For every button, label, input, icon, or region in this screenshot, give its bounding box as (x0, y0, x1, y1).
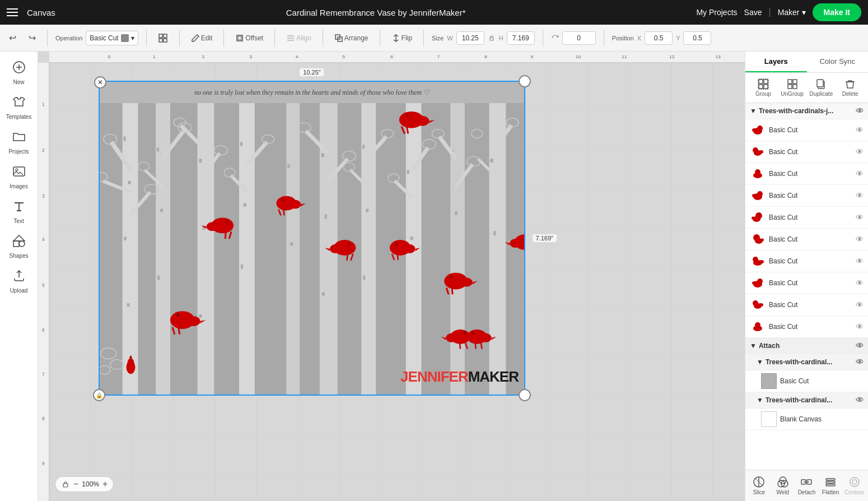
ungroup-button[interactable]: UnGroup (779, 76, 806, 99)
canvas-label: Canvas (27, 8, 55, 17)
sidebar-item-projects[interactable]: Projects (3, 126, 35, 159)
zoom-out-button[interactable]: − (73, 479, 78, 489)
layer-subgroup-1[interactable]: ▼ Trees-with-cardinal... 👁 (745, 354, 868, 370)
layer-item-8[interactable]: Basic Cut 👁 (745, 272, 868, 294)
eye-icon-attach[interactable]: 👁 (856, 341, 864, 350)
operation-select[interactable]: Basic Cut ▾ (86, 31, 138, 45)
align-button[interactable]: Align (283, 31, 315, 45)
layer-group-trees-cardinals[interactable]: ▼ Trees-with-cardinals-j... 👁 (745, 103, 868, 119)
offset-button[interactable]: Offset (232, 31, 267, 45)
sidebar-item-upload[interactable]: Upload (3, 265, 35, 298)
size-h-input[interactable] (507, 31, 535, 45)
sidebar-item-new[interactable]: New (3, 56, 35, 90)
svg-rect-207 (788, 85, 792, 89)
layer-item-6[interactable]: Basic Cut 👁 (745, 229, 868, 250)
flip-button[interactable]: Flip (388, 31, 416, 45)
hamburger-menu[interactable] (7, 8, 18, 16)
duplicate-button[interactable]: Duplicate (808, 76, 835, 99)
edit-button[interactable]: Edit (188, 31, 216, 45)
layer-eye-10[interactable]: 👁 (856, 322, 864, 331)
zoom-level: 100% (82, 480, 99, 488)
close-handle[interactable]: ✕ (94, 76, 106, 89)
slice-icon (753, 476, 765, 488)
contour-button[interactable]: Contour (843, 474, 866, 498)
layer-item-white[interactable]: Blank Canvas (745, 409, 868, 430)
layer-item-4[interactable]: Basic Cut 👁 (745, 185, 868, 207)
svg-rect-84 (494, 231, 496, 235)
bottom-actions: Slice Weld Detach Flatten Contour (745, 470, 868, 501)
layer-thumb-7 (750, 253, 766, 269)
sidebar-item-shapes[interactable]: Shapes (3, 230, 35, 263)
svg-rect-5 (238, 36, 241, 40)
pos-y-input[interactable] (683, 31, 711, 45)
undo-button[interactable]: ↩ (6, 30, 20, 45)
layer-name-5: Basic Cut (769, 214, 852, 221)
shapes-label: Shapes (10, 253, 29, 259)
rotate-input[interactable] (562, 31, 596, 45)
my-projects-link[interactable]: My Projects (696, 8, 737, 17)
layer-eye-8[interactable]: 👁 (856, 279, 864, 287)
svg-text:13: 13 (715, 54, 721, 59)
layers-scroll[interactable]: ▼ Trees-with-cardinals-j... 👁 Basic Cut … (745, 103, 868, 470)
select-all-button[interactable] (155, 31, 171, 45)
layer-eye-5[interactable]: 👁 (856, 213, 864, 222)
lock-handle[interactable]: 🔒 (93, 389, 105, 401)
layer-item-10[interactable]: Basic Cut 👁 (745, 316, 868, 338)
size-w-input[interactable] (456, 31, 484, 45)
layer-eye-2[interactable]: 👁 (856, 147, 864, 156)
delete-button[interactable]: Delete (837, 76, 864, 99)
tab-layers[interactable]: Layers (745, 52, 807, 72)
layer-item-9[interactable]: Basic Cut 👁 (745, 294, 868, 316)
layer-subgroup-2[interactable]: ▼ Trees-with-cardinal... 👁 (745, 392, 868, 409)
svg-text:4: 4 (42, 237, 45, 242)
zoom-in-button[interactable]: + (102, 479, 108, 489)
layer-item-7[interactable]: Basic Cut 👁 (745, 250, 868, 272)
layer-item-gray[interactable]: Basic Cut (745, 370, 868, 392)
svg-rect-73 (366, 209, 368, 212)
svg-rect-199 (63, 484, 68, 487)
rotate-handle[interactable]: ↻ (519, 75, 531, 87)
sidebar-item-images[interactable]: Images (3, 160, 35, 194)
slice-button[interactable]: Slice (748, 474, 771, 498)
layer-item-2[interactable]: Basic Cut 👁 (745, 141, 868, 163)
height-dimension-label: 7.169" (533, 234, 557, 242)
eye-icon-sub2[interactable]: 👁 (856, 396, 864, 405)
design-container[interactable]: ✕ ↻ 🔒 ↗ 10.25" 7.169" no one is truly lo… (99, 81, 525, 396)
sidebar-item-text[interactable]: Text (3, 195, 35, 229)
make-it-button[interactable]: Make It (813, 3, 861, 21)
eye-icon-group1[interactable]: 👁 (856, 106, 864, 115)
group-button[interactable]: Group (750, 76, 777, 99)
layer-group-attach[interactable]: ▼ Attach 👁 (745, 338, 868, 354)
layer-item-1[interactable]: Basic Cut 👁 (745, 119, 868, 141)
redo-button[interactable]: ↪ (25, 30, 39, 45)
sidebar-item-templates[interactable]: Templates (3, 91, 35, 124)
layer-eye-6[interactable]: 👁 (856, 235, 864, 244)
layer-name-10: Basic Cut (769, 323, 852, 331)
arrange-button[interactable]: Arrange (331, 31, 372, 45)
svg-point-134 (206, 222, 218, 231)
layer-item-5[interactable]: Basic Cut 👁 (745, 207, 868, 229)
eye-icon-sub1[interactable]: 👁 (856, 358, 864, 367)
watermark: JENNIFERMAKER (400, 368, 519, 386)
flatten-button[interactable]: Flatten (819, 474, 842, 498)
layer-thumb-8 (750, 275, 766, 291)
scale-handle[interactable]: ↗ (519, 389, 531, 401)
svg-rect-202 (759, 85, 763, 89)
svg-rect-77 (410, 236, 413, 240)
layer-eye-3[interactable]: 👁 (856, 169, 864, 178)
detach-button[interactable]: Detach (795, 474, 818, 498)
pos-x-input[interactable] (645, 31, 673, 45)
weld-button[interactable]: Weld (772, 474, 795, 498)
maker-dropdown[interactable]: Maker ▾ (778, 8, 806, 17)
svg-rect-55 (157, 276, 160, 280)
save-link[interactable]: Save (744, 8, 762, 17)
canvas-area[interactable]: 0 1 2 3 4 5 6 7 8 9 10 11 12 13 14 1 (38, 52, 745, 501)
layer-item-3[interactable]: Basic Cut 👁 (745, 163, 868, 185)
tab-color-sync[interactable]: Color Sync (807, 52, 869, 72)
folder-icon (12, 130, 26, 147)
layer-eye-4[interactable]: 👁 (856, 191, 864, 200)
layer-eye-7[interactable]: 👁 (856, 257, 864, 266)
svg-rect-0 (159, 34, 162, 38)
layer-eye-1[interactable]: 👁 (856, 126, 864, 134)
layer-eye-9[interactable]: 👁 (856, 300, 864, 309)
